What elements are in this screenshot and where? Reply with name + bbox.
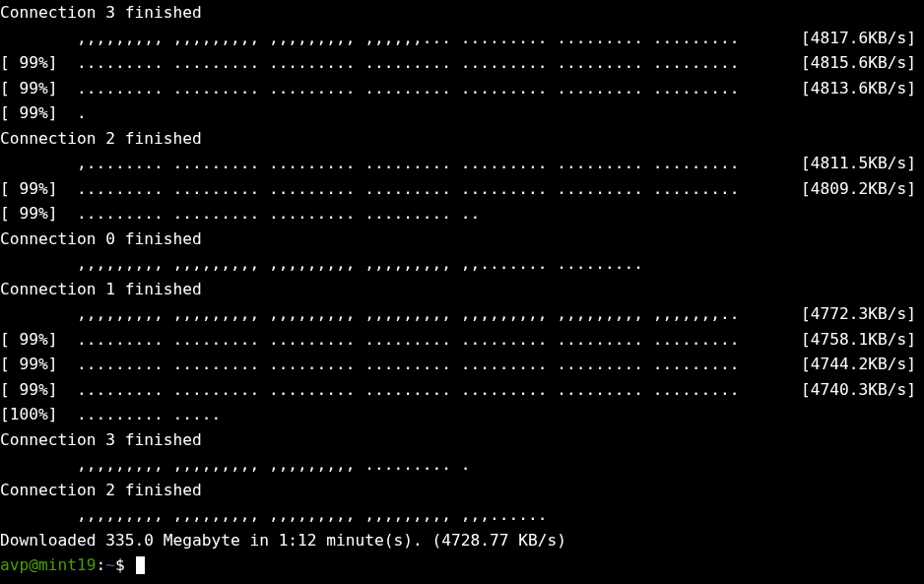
terminal-output-line: [ 99%] ......... ......... ......... ...… bbox=[0, 201, 924, 227]
line-rate: [4811.5KB/s] bbox=[801, 151, 924, 176]
line-left: [ 99%] ......... ......... ......... ...… bbox=[0, 176, 739, 202]
terminal-output-line: Connection 3 finished bbox=[0, 0, 924, 26]
terminal-output-line: [ 99%] ......... ......... ......... ...… bbox=[0, 76, 924, 101]
terminal-output-line: ,,,,,,,,, ,,,,,,,,, ,,,,,,,,, ,,,,,,,,, … bbox=[0, 301, 924, 327]
line-rate bbox=[916, 251, 924, 277]
prompt-dollar: $ bbox=[115, 555, 125, 574]
terminal-output-line: [100%] ......... ..... bbox=[0, 402, 924, 427]
line-left: [ 99%] ......... ......... ......... ...… bbox=[0, 327, 739, 353]
prompt-host: mint19 bbox=[38, 555, 96, 574]
terminal-output-line: ,........ ......... ......... ......... … bbox=[0, 151, 924, 176]
line-left: Connection 2 finished bbox=[0, 126, 202, 152]
line-left: Connection 1 finished bbox=[0, 277, 202, 302]
line-rate bbox=[916, 126, 924, 152]
prompt-colon: : bbox=[96, 555, 105, 574]
line-rate: [4815.6KB/s] bbox=[801, 50, 924, 76]
line-rate bbox=[916, 528, 924, 553]
terminal-output-line: [ 99%] ......... ......... ......... ...… bbox=[0, 176, 924, 202]
terminal-output-line: [ 99%] ......... ......... ......... ...… bbox=[0, 377, 924, 403]
line-left: ,,,,,,,,, ,,,,,,,,, ,,,,,,,,, ,,,,,,,,, … bbox=[0, 502, 548, 528]
line-left: [ 99%] ......... ......... ......... ...… bbox=[0, 201, 480, 227]
line-rate: [4809.2KB/s] bbox=[801, 176, 924, 202]
line-left: Connection 3 finished bbox=[0, 427, 202, 453]
line-rate bbox=[916, 277, 924, 302]
prompt-user: avp bbox=[0, 555, 29, 574]
line-rate bbox=[916, 227, 924, 252]
line-rate: [4744.2KB/s] bbox=[801, 352, 924, 377]
terminal-output-line: ,,,,,,,,, ,,,,,,,,, ,,,,,,,,, ,,,,,,... … bbox=[0, 26, 924, 51]
terminal-output-line: ,,,,,,,,, ,,,,,,,,, ,,,,,,,,, ,,,,,,,,, … bbox=[0, 251, 924, 277]
cursor bbox=[136, 556, 145, 574]
line-left: ,,,,,,,,, ,,,,,,,,, ,,,,,,,,, ,,,,,,,,, … bbox=[0, 251, 643, 277]
prompt-path: ~ bbox=[105, 555, 115, 574]
terminal-output-line: ,,,,,,,,, ,,,,,,,,, ,,,,,,,,, ,,,,,,,,, … bbox=[0, 502, 924, 528]
terminal-output-line: Connection 2 finished bbox=[0, 478, 924, 503]
line-left: Connection 3 finished bbox=[0, 0, 202, 26]
line-left: [ 99%] ......... ......... ......... ...… bbox=[0, 352, 739, 377]
terminal-output-line: Connection 2 finished bbox=[0, 126, 924, 152]
line-left: [ 99%] ......... ......... ......... ...… bbox=[0, 50, 739, 76]
terminal-output-line: Connection 1 finished bbox=[0, 277, 924, 302]
line-left: ,,,,,,,,, ,,,,,,,,, ,,,,,,,,, ,,,,,,,,, … bbox=[0, 301, 739, 327]
line-rate bbox=[916, 100, 924, 126]
shell-prompt[interactable]: avp@mint19:~$ bbox=[0, 552, 924, 578]
line-left: ,,,,,,,,, ,,,,,,,,, ,,,,,,,,, ,,,,,,... … bbox=[0, 26, 739, 51]
line-left: ,,,,,,,,, ,,,,,,,,, ,,,,,,,,, ......... … bbox=[0, 452, 471, 478]
terminal-output-line: [ 99%] . bbox=[0, 100, 924, 126]
line-left: [100%] ......... ..... bbox=[0, 402, 221, 427]
line-left: ,........ ......... ......... ......... … bbox=[0, 151, 739, 176]
prompt-at: @ bbox=[29, 555, 38, 574]
terminal-output-line: Downloaded 335.0 Megabyte in 1:12 minute… bbox=[0, 528, 924, 553]
terminal-output-line: Connection 0 finished bbox=[0, 227, 924, 252]
terminal[interactable]: Connection 3 finished ,,,,,,,,, ,,,,,,,,… bbox=[0, 0, 924, 578]
line-left: [ 99%] ......... ......... ......... ...… bbox=[0, 377, 739, 403]
line-rate: [4817.6KB/s] bbox=[801, 26, 924, 51]
line-left: [ 99%] . bbox=[0, 100, 87, 126]
line-rate bbox=[916, 502, 924, 528]
line-rate: [4813.6KB/s] bbox=[801, 76, 924, 101]
terminal-output-line: [ 99%] ......... ......... ......... ...… bbox=[0, 50, 924, 76]
line-rate bbox=[916, 427, 924, 453]
terminal-output-line: ,,,,,,,,, ,,,,,,,,, ,,,,,,,,, ......... … bbox=[0, 452, 924, 478]
terminal-output-line: [ 99%] ......... ......... ......... ...… bbox=[0, 352, 924, 377]
line-rate bbox=[916, 478, 924, 503]
line-left: Downloaded 335.0 Megabyte in 1:12 minute… bbox=[0, 528, 566, 553]
line-rate bbox=[916, 201, 924, 227]
line-rate bbox=[916, 0, 924, 26]
line-rate: [4758.1KB/s] bbox=[801, 327, 924, 353]
line-rate bbox=[916, 402, 924, 427]
line-rate: [4772.3KB/s] bbox=[801, 301, 924, 327]
line-left: [ 99%] ......... ......... ......... ...… bbox=[0, 76, 739, 101]
line-left: Connection 2 finished bbox=[0, 478, 202, 503]
line-left: Connection 0 finished bbox=[0, 227, 202, 252]
line-rate bbox=[916, 452, 924, 478]
terminal-output-line: [ 99%] ......... ......... ......... ...… bbox=[0, 327, 924, 353]
terminal-output-line: Connection 3 finished bbox=[0, 427, 924, 453]
line-rate: [4740.3KB/s] bbox=[801, 377, 924, 403]
